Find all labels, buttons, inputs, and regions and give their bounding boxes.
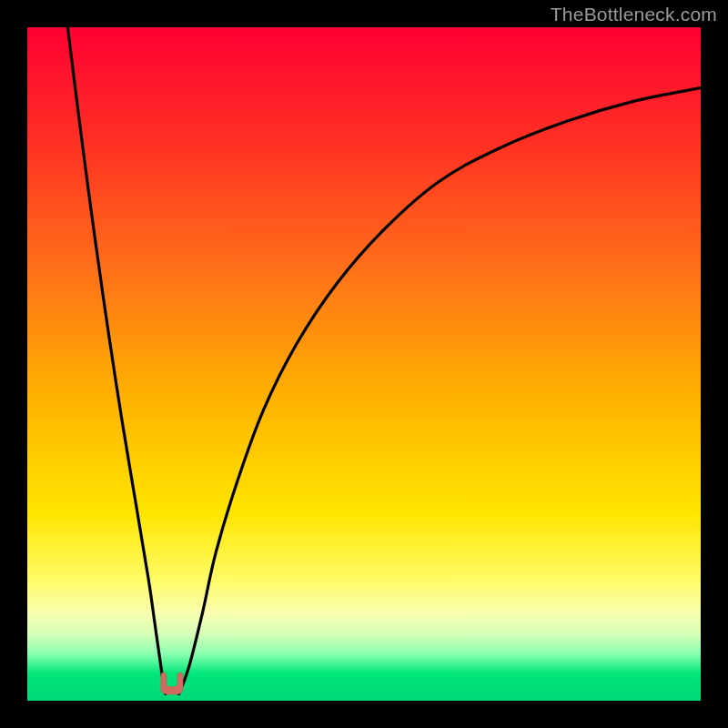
chart-frame: TheBottleneck.com <box>0 0 728 728</box>
watermark-text: TheBottleneck.com <box>551 4 717 25</box>
bottleneck-curve <box>27 27 701 701</box>
plot-area <box>27 27 701 701</box>
